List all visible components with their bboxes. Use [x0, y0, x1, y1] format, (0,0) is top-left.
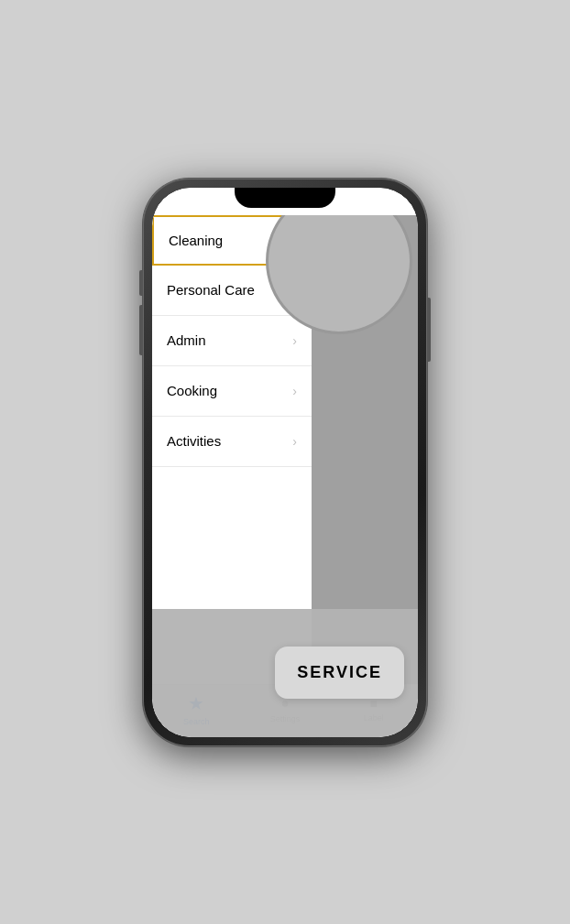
volume-down-button — [139, 305, 143, 355]
chevron-icon-admin: › — [292, 333, 297, 348]
chevron-icon-activities: › — [292, 434, 297, 449]
notch — [235, 188, 335, 208]
screen: Cleaning › Personal Care › Admin › — [152, 188, 418, 737]
menu-item-label-cooking: Cooking — [167, 383, 217, 398]
chevron-icon-cooking: › — [292, 384, 297, 398]
menu-item-activities[interactable]: Activities › — [152, 417, 312, 467]
volume-up-button — [139, 270, 143, 296]
side-buttons-right — [427, 298, 431, 362]
phone-frame: Cleaning › Personal Care › Admin › — [143, 179, 427, 746]
service-button[interactable]: SERVICE — [275, 647, 404, 699]
phone-inner: Cleaning › Personal Care › Admin › — [152, 188, 418, 737]
notch-area — [152, 188, 418, 215]
menu-item-admin[interactable]: Admin › — [152, 316, 312, 366]
menu-item-label-cleaning: Cleaning — [169, 233, 223, 248]
menu-item-label-personal-care: Personal Care — [167, 282, 255, 298]
bottom-overlay: SERVICE — [152, 609, 418, 737]
menu-item-cooking[interactable]: Cooking › — [152, 366, 312, 417]
menu-item-label-activities: Activities — [167, 433, 221, 449]
power-button — [427, 298, 431, 362]
side-buttons-left — [139, 270, 143, 355]
menu-item-label-admin: Admin — [167, 332, 206, 348]
